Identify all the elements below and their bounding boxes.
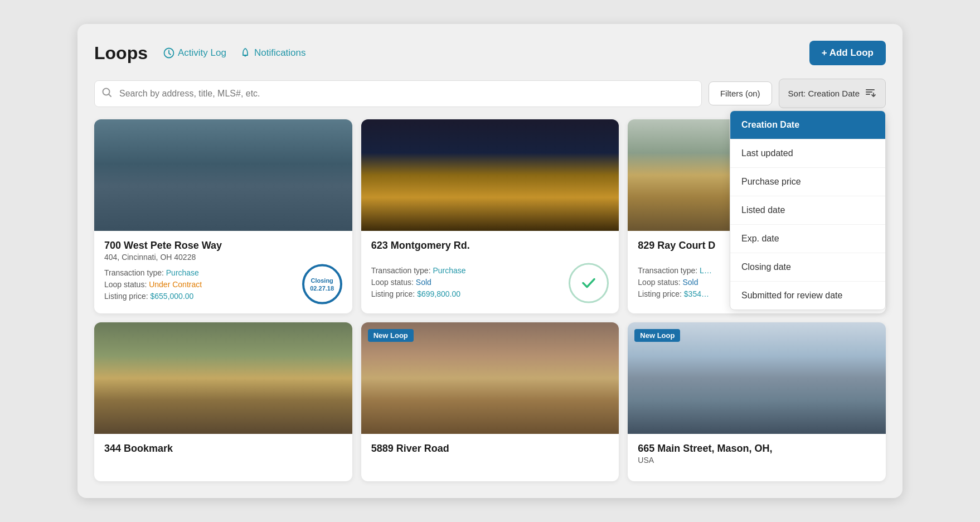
sort-option-last-updated[interactable]: Last updated [730, 139, 885, 168]
card-2[interactable]: 623 Montgomery Rd.Transaction type: Purc… [361, 119, 619, 313]
card-5[interactable]: New Loop5889 River Road [361, 322, 619, 481]
card-1[interactable]: 700 West Pete Rose Way404, Cincinnati, O… [94, 119, 352, 313]
card-body-4: 344 Bookmark [94, 434, 352, 479]
header: Loops Activity Log Notific [94, 41, 886, 65]
sort-dropdown: Creation DateLast updatedPurchase priceL… [730, 110, 886, 310]
card-body-5: 5889 River Road [361, 434, 619, 479]
card-4[interactable]: 344 Bookmark [94, 322, 352, 481]
card-body-1: 700 West Pete Rose Way404, Cincinnati, O… [94, 231, 352, 313]
checkmark-badge-2 [569, 263, 609, 303]
sort-option-submitted-for-review-date[interactable]: Submitted for review date [730, 282, 885, 310]
sort-option-purchase-price[interactable]: Purchase price [730, 168, 885, 196]
card-title-2: 623 Montgomery Rd. [371, 240, 609, 252]
sort-wrapper: Sort: Creation Date Creation DateLast up… [779, 79, 886, 108]
card-title-6: 665 Main Street, Mason, OH, [638, 443, 876, 455]
card-image-5: New Loop [361, 322, 619, 434]
sort-option-exp.-date[interactable]: Exp. date [730, 225, 885, 253]
activity-log-link[interactable]: Activity Log [163, 47, 226, 59]
card-image-1 [94, 119, 352, 231]
card-badge-5: New Loop [368, 329, 414, 342]
closing-badge-1: Closing02.27.18 [302, 264, 342, 304]
sort-icon [864, 86, 876, 101]
sort-option-creation-date[interactable]: Creation Date [730, 111, 885, 139]
card-subtitle-spacer-2 [371, 253, 609, 259]
card-badge-6: New Loop [634, 329, 680, 342]
bell-icon [240, 47, 251, 59]
search-wrapper [94, 80, 702, 107]
sort-option-listed-date[interactable]: Listed date [730, 196, 885, 225]
card-body-2: 623 Montgomery Rd.Transaction type: Purc… [361, 231, 619, 311]
activity-log-label: Activity Log [178, 47, 226, 59]
notifications-label: Notifications [254, 47, 306, 59]
card-title-4: 344 Bookmark [104, 443, 342, 455]
clock-icon [163, 47, 174, 59]
card-title-1: 700 West Pete Rose Way [104, 240, 342, 252]
app-container: Loops Activity Log Notific [77, 24, 903, 498]
sort-option-closing-date[interactable]: Closing date [730, 253, 885, 282]
filters-button[interactable]: Filters (on) [709, 81, 772, 105]
card-image-6: New Loop [628, 322, 886, 434]
card-subtitle-spacer-5 [371, 456, 609, 462]
card-subtitle-spacer-4 [104, 456, 342, 462]
search-icon [102, 88, 112, 100]
card-subtitle-6: USA [638, 456, 876, 465]
sort-label: Sort: Creation Date [788, 89, 860, 98]
card-image-2 [361, 119, 619, 231]
sort-button[interactable]: Sort: Creation Date [779, 79, 886, 108]
card-subtitle-1: 404, Cincinnati, OH 40228 [104, 253, 342, 262]
card-image-4 [94, 322, 352, 434]
header-nav: Activity Log Notifications [163, 47, 809, 59]
add-loop-button[interactable]: + Add Loop [809, 41, 886, 65]
page-title: Loops [94, 43, 148, 64]
card-title-5: 5889 River Road [371, 443, 609, 455]
search-filter-row: Filters (on) Sort: Creation Date Creatio… [94, 79, 886, 108]
search-input[interactable] [94, 80, 702, 107]
card-6[interactable]: New Loop665 Main Street, Mason, OH,USA [628, 322, 886, 481]
card-body-6: 665 Main Street, Mason, OH,USA [628, 434, 886, 481]
notifications-link[interactable]: Notifications [240, 47, 306, 59]
